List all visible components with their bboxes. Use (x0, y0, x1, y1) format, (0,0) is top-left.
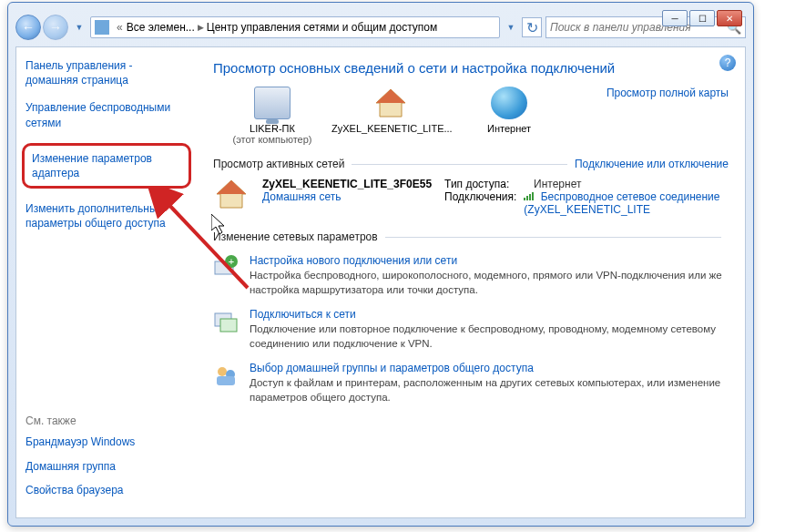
house-icon (372, 87, 409, 119)
computer-icon (254, 87, 291, 119)
connection-link[interactable]: Беспроводное сетевое соединение (ZyXEL_K… (524, 190, 729, 216)
toolbar: ← → ▼ « Все элемен... ▶ Центр управления… (15, 12, 746, 43)
setup-connection-icon: + (213, 254, 239, 280)
network-name: ZyXEL_KEENETIC_LITE_3F0E55 (262, 178, 432, 190)
connect-network-desc: Подключение или повторное подключение к … (250, 322, 729, 351)
network-house-icon (213, 178, 250, 210)
setup-connection-desc: Настройка беспроводного, широкополосного… (250, 269, 729, 297)
full-map-link[interactable]: Просмотр полной карты (607, 87, 729, 99)
homegroup-desc: Доступ к файлам и принтерам, расположенн… (250, 376, 729, 404)
window-frame: ─ ☐ ✕ ← → ▼ « Все элемен... ▶ Центр упра… (7, 2, 754, 527)
node-label: ZyXEL_KEENETIC_LITE... (331, 123, 450, 134)
svg-rect-12 (220, 319, 237, 332)
back-button[interactable]: ← (15, 15, 41, 40)
connect-network-icon (213, 308, 239, 333)
connections-label: Подключения: (444, 190, 516, 216)
breadcrumb-current[interactable]: Центр управления сетями и общим доступом (207, 21, 438, 34)
connect-network-item: Подключиться к сети Подключение или повт… (213, 308, 729, 351)
active-nets-header: Просмотр активных сетей Подключение или … (213, 158, 729, 170)
setup-connection-item: + Настройка нового подключения или сети … (213, 254, 729, 297)
homegroup-item: Выбор домашней группы и параметров общег… (213, 362, 729, 404)
main-pane: ? Просмотр основных сведений о сети и на… (197, 47, 745, 517)
svg-rect-7 (532, 192, 534, 200)
active-network: ZyXEL_KEENETIC_LITE_3F0E55 Домашняя сеть… (213, 178, 729, 216)
close-button[interactable]: ✕ (717, 10, 742, 26)
network-details: Тип доступа: Интернет Подключения: Беспр… (444, 178, 729, 216)
sidebar-adapter-settings[interactable]: Изменение параметров адаптера (22, 143, 191, 189)
change-settings-header: Изменение сетевых параметров (213, 230, 729, 243)
breadcrumb-sep: « (113, 21, 127, 34)
sidebar-home[interactable]: Панель управления - домашняя страница (25, 58, 188, 87)
divider (352, 164, 567, 165)
node-internet[interactable]: Интернет (450, 87, 568, 134)
homegroup-icon (213, 362, 239, 387)
see-also-homegroup[interactable]: Домашняя группа (25, 459, 188, 474)
divider (385, 237, 721, 238)
homegroup-link[interactable]: Выбор домашней группы и параметров общег… (250, 362, 729, 374)
node-this-pc[interactable]: LIKER-ПК (этот компьютер) (213, 87, 331, 145)
section-title: Просмотр активных сетей (213, 158, 344, 170)
node-label: LIKER-ПК (213, 123, 331, 134)
connection-name: Беспроводное сетевое соединение (ZyXEL_K… (524, 190, 719, 216)
window-controls: ─ ☐ ✕ (662, 10, 742, 26)
setup-connection-link[interactable]: Настройка нового подключения или сети (250, 254, 729, 267)
see-also-firewall[interactable]: Брандмауэр Windows (25, 435, 188, 449)
wifi-signal-icon (524, 190, 535, 200)
sidebar: Панель управления - домашняя страница Уп… (16, 47, 197, 517)
forward-button[interactable]: → (43, 15, 68, 40)
titlebar[interactable] (8, 3, 753, 12)
refresh-button[interactable]: ↻ (522, 17, 542, 37)
svg-rect-6 (529, 194, 531, 200)
breadcrumb-dropdown[interactable]: ▼ (504, 15, 518, 40)
section-title: Изменение сетевых параметров (213, 230, 378, 243)
svg-rect-4 (524, 198, 525, 200)
sidebar-wireless[interactable]: Управление беспроводными сетями (25, 100, 188, 129)
node-sub: (этот компьютер) (213, 134, 331, 145)
svg-text:+: + (229, 256, 234, 267)
maximize-button[interactable]: ☐ (689, 10, 715, 26)
content-area: Панель управления - домашняя страница Уп… (15, 46, 746, 518)
nav-arrows: ← → (15, 15, 68, 40)
network-map: LIKER-ПК (этот компьютер) ZyXEL_KEENETIC… (213, 87, 729, 145)
history-dropdown[interactable]: ▼ (72, 15, 87, 40)
sidebar-sharing[interactable]: Изменить дополнительные параметры общего… (25, 201, 188, 230)
access-type-value: Интернет (534, 178, 581, 190)
see-also-browser[interactable]: Свойства браузера (25, 483, 188, 497)
globe-icon (491, 87, 527, 119)
svg-marker-3 (217, 180, 246, 194)
svg-rect-5 (526, 196, 528, 200)
node-router[interactable]: ZyXEL_KEENETIC_LITE... (331, 87, 450, 134)
control-panel-icon (95, 20, 109, 35)
chevron-icon[interactable]: ▶ (195, 23, 207, 32)
minimize-button[interactable]: ─ (662, 10, 688, 26)
page-heading: Просмотр основных сведений о сети и наст… (213, 60, 729, 76)
connect-network-link[interactable]: Подключиться к сети (250, 308, 729, 321)
network-info: ZyXEL_KEENETIC_LITE_3F0E55 Домашняя сеть (262, 178, 432, 203)
node-label: Интернет (450, 123, 568, 134)
connect-disconnect-link[interactable]: Подключение или отключение (575, 158, 729, 170)
breadcrumb[interactable]: « Все элемен... ▶ Центр управления сетям… (90, 16, 500, 38)
network-type-link[interactable]: Домашняя сеть (262, 190, 432, 203)
see-also: См. также Брандмауэр Windows Домашняя гр… (25, 414, 188, 506)
svg-point-13 (218, 367, 227, 376)
svg-rect-15 (217, 376, 235, 385)
breadcrumb-root[interactable]: Все элемен... (127, 21, 195, 34)
see-also-header: См. также (25, 414, 188, 427)
access-type-label: Тип доступа: (444, 178, 526, 190)
svg-marker-1 (376, 89, 405, 103)
help-icon[interactable]: ? (719, 55, 736, 71)
